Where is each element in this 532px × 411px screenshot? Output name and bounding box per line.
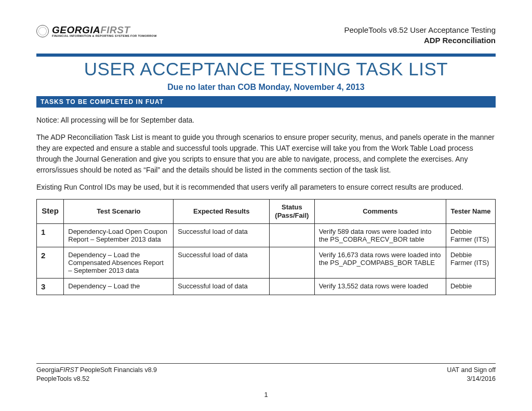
cell-status xyxy=(270,247,315,279)
paragraph-notice: Notice: All processing will be for Septe… xyxy=(36,115,496,126)
paragraph-runcontrol: Existing Run Control IDs may be used, bu… xyxy=(36,182,496,193)
table-header-row: Step Test Scenario Expected Results Stat… xyxy=(37,199,496,224)
page-header: GEORGIAFIRST FINANCIAL INFORMATION & REP… xyxy=(36,25,496,46)
cell-step: 3 xyxy=(37,279,64,295)
cell-comments: Verify 589 data rows were loaded into th… xyxy=(314,224,446,247)
body-text: Notice: All processing will be for Septe… xyxy=(36,115,496,193)
section-bar: TASKS TO BE COMPLETED IN FUAT xyxy=(36,96,496,108)
footer-left-rest: PeopleSoft Financials v8.9 xyxy=(78,366,157,374)
col-comments: Comments xyxy=(314,199,446,224)
header-right: PeopleTools v8.52 User Acceptance Testin… xyxy=(344,25,496,46)
cell-scenario: Dependency – Load the Compensated Absenc… xyxy=(64,247,174,279)
header-line-1: PeopleTools v8.52 User Acceptance Testin… xyxy=(344,25,496,35)
cell-tester: Debbie Farmer (ITS) xyxy=(446,224,495,247)
table-row: 2 Dependency – Load the Compensated Abse… xyxy=(37,247,496,279)
due-line: Due no later than COB Monday, November 4… xyxy=(36,83,496,92)
footer-rule xyxy=(36,363,496,364)
table-row: 3 Dependency – Load the Successful load … xyxy=(37,279,496,295)
cell-status xyxy=(270,279,315,295)
page-number: 1 xyxy=(36,391,496,399)
cell-comments: Verify 13,552 data rows were loaded xyxy=(314,279,446,295)
footer-right-1: UAT and Sign off xyxy=(447,366,496,375)
page-footer: GeorgiaFIRST PeopleSoft Financials v8.9 … xyxy=(36,363,496,399)
col-step: Step xyxy=(37,199,64,224)
col-scenario: Test Scenario xyxy=(64,199,174,224)
cell-tester: Debbie Farmer (ITS) xyxy=(446,247,495,279)
table-row: 1 Dependency-Load Open Coupon Report – S… xyxy=(37,224,496,247)
cell-step: 2 xyxy=(37,247,64,279)
logo-text: GEORGIAFIRST FINANCIAL INFORMATION & REP… xyxy=(52,25,157,38)
paragraph-intro: The ADP Reconciliation Task List is mean… xyxy=(36,132,496,176)
logo-block: GEORGIAFIRST FINANCIAL INFORMATION & REP… xyxy=(36,25,157,38)
footer-georgia: Georgia xyxy=(36,366,59,374)
document-title: USER ACCEPTANCE TESTING TASK LIST xyxy=(36,59,496,79)
seal-icon xyxy=(36,25,49,37)
header-line-2: ADP Reconciliation xyxy=(344,35,496,46)
footer-first: FIRST xyxy=(59,366,78,374)
task-table: Step Test Scenario Expected Results Stat… xyxy=(36,199,496,296)
cell-scenario: Dependency – Load the xyxy=(64,279,174,295)
col-tester: Tester Name xyxy=(446,199,495,224)
logo-subtitle: FINANCIAL INFORMATION & REPORTING SYSTEM… xyxy=(52,35,157,38)
cell-tester: Debbie xyxy=(446,279,495,295)
logo-word-first: FIRST xyxy=(100,24,130,35)
footer-left-1: GeorgiaFIRST PeopleSoft Financials v8.9 xyxy=(36,366,157,375)
cell-status xyxy=(270,224,315,247)
title-top-rule xyxy=(36,54,496,57)
cell-expected: Successful load of data xyxy=(174,247,270,279)
cell-scenario: Dependency-Load Open Coupon Report – Sep… xyxy=(64,224,174,247)
cell-step: 1 xyxy=(37,224,64,247)
logo-main: GEORGIAFIRST xyxy=(52,25,157,35)
footer-right-2: 3/14/2016 xyxy=(467,375,496,383)
footer-left-2: PeopleTools v8.52 xyxy=(36,375,89,383)
cell-expected: Successful load of data xyxy=(174,224,270,247)
cell-expected: Successful load of data xyxy=(174,279,270,295)
footer-row-1: GeorgiaFIRST PeopleSoft Financials v8.9 … xyxy=(36,366,496,375)
logo-word-georgia: GEORGIA xyxy=(52,24,100,35)
col-expected: Expected Results xyxy=(174,199,270,224)
footer-row-2: PeopleTools v8.52 3/14/2016 xyxy=(36,375,496,383)
cell-comments: Verify 16,673 data rows were loaded into… xyxy=(314,247,446,279)
col-status: Status (Pass/Fail) xyxy=(270,199,315,224)
